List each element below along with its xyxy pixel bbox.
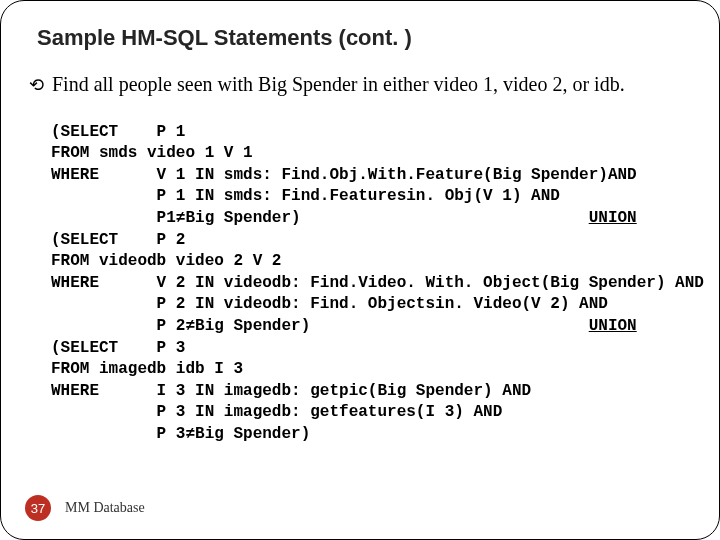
slide-title: Sample HM-SQL Statements (cont. ) — [37, 25, 691, 51]
code-line: WHERE I 3 IN imagedb: getpic(Big Spender… — [51, 382, 531, 400]
code-line: WHERE V 2 IN videodb: Find.Video. With. … — [51, 274, 704, 292]
code-line: (SELECT P 3 — [51, 339, 185, 357]
code-line: P 3≠Big Spender) — [51, 425, 310, 443]
union-keyword: UNION — [589, 317, 637, 335]
footer-label: MM Database — [65, 500, 145, 516]
prompt-text: Find all people seen with Big Spender in… — [52, 73, 625, 96]
slide-footer: 37 MM Database — [25, 495, 145, 521]
code-line: WHERE V 1 IN smds: Find.Obj.With.Feature… — [51, 166, 637, 184]
code-line: FROM videodb video 2 V 2 — [51, 252, 281, 270]
code-line: (SELECT P 1 — [51, 123, 185, 141]
code-line: P 1 IN smds: Find.Featuresin. Obj(V 1) A… — [51, 187, 560, 205]
bullet-icon: ⟲ — [29, 74, 44, 96]
code-line: P 3 IN imagedb: getfeatures(I 3) AND — [51, 403, 502, 421]
code-line: P1≠Big Spender) — [51, 209, 301, 227]
union-keyword: UNION — [589, 209, 637, 227]
prompt-line: ⟲ Find all people seen with Big Spender … — [29, 73, 691, 96]
code-line: FROM imagedb idb I 3 — [51, 360, 243, 378]
sql-code-block: (SELECT P 1 FROM smds video 1 V 1 WHERE … — [51, 100, 691, 446]
slide: Sample HM-SQL Statements (cont. ) ⟲ Find… — [0, 0, 720, 540]
code-line: P 2 IN videodb: Find. Objectsin. Video(V… — [51, 295, 608, 313]
code-line: FROM smds video 1 V 1 — [51, 144, 253, 162]
page-number-badge: 37 — [25, 495, 51, 521]
code-line: (SELECT P 2 — [51, 231, 185, 249]
code-line: P 2≠Big Spender) — [51, 317, 310, 335]
